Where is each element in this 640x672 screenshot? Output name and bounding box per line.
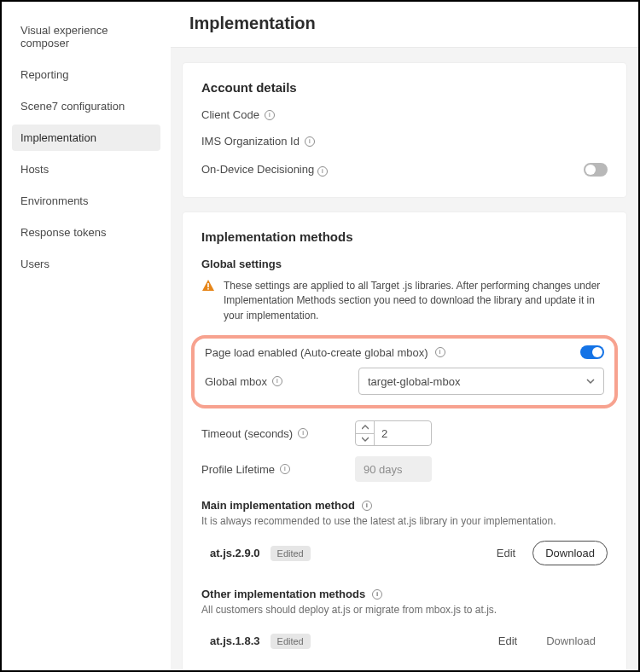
- sidebar-nav: Visual experience composer Reporting Sce…: [2, 2, 171, 670]
- info-icon[interactable]: i: [305, 136, 315, 147]
- info-icon[interactable]: i: [317, 166, 328, 177]
- info-icon[interactable]: i: [280, 464, 290, 474]
- global-mbox-select[interactable]: target-global-mbox: [358, 368, 604, 395]
- sidebar-item-users[interactable]: Users: [12, 251, 160, 277]
- edited-badge: Edited: [271, 546, 311, 561]
- main-area: Implementation Account details Client Co…: [171, 2, 638, 670]
- account-details-card: Account details Client Code i IMS Organi…: [183, 63, 626, 197]
- main-impl-desc: It is always recommended to use the late…: [201, 515, 608, 527]
- impl-methods-heading: Implementation methods: [201, 229, 608, 244]
- info-icon[interactable]: i: [372, 589, 382, 600]
- step-down-button[interactable]: [356, 434, 374, 446]
- edit-button[interactable]: Edit: [490, 542, 522, 565]
- page-load-enabled-toggle[interactable]: [580, 345, 604, 359]
- info-icon[interactable]: i: [272, 376, 282, 386]
- download-button[interactable]: Download: [532, 541, 608, 565]
- sidebar-item-environments[interactable]: Environments: [12, 188, 160, 214]
- profile-lifetime-label: Profile Lifetime: [201, 463, 275, 476]
- profile-lifetime-value: 90 days: [355, 456, 432, 482]
- svg-rect-0: [207, 283, 209, 287]
- download-link[interactable]: Download: [534, 629, 608, 652]
- info-icon[interactable]: i: [435, 347, 445, 357]
- highlight-box: Page load enabled (Auto-create global mb…: [191, 335, 618, 408]
- info-icon[interactable]: i: [362, 501, 372, 511]
- other-impl-version: at.js.1.8.3: [201, 634, 260, 647]
- global-settings-heading: Global settings: [201, 258, 608, 270]
- odd-toggle[interactable]: [584, 163, 608, 177]
- chevron-down-icon: [586, 375, 595, 388]
- odd-label: On-Device Decisioning: [201, 163, 314, 176]
- sidebar-item-implementation[interactable]: Implementation: [12, 125, 160, 151]
- sidebar-item-vec[interactable]: Visual experience composer: [12, 17, 160, 56]
- implementation-methods-card: Implementation methods Global settings T…: [183, 212, 626, 670]
- warning-icon: [201, 279, 215, 293]
- other-impl-heading: Other implementation methods: [201, 588, 365, 600]
- edited-badge: Edited: [271, 634, 311, 649]
- edit-button[interactable]: Edit: [492, 629, 524, 652]
- sidebar-item-hosts[interactable]: Hosts: [12, 156, 160, 182]
- info-icon[interactable]: i: [298, 428, 308, 438]
- global-settings-warning: These settings are applied to all Target…: [224, 279, 608, 323]
- info-icon[interactable]: i: [265, 110, 275, 120]
- main-impl-version: at.js.2.9.0: [201, 547, 260, 559]
- main-impl-heading: Main implementation method: [201, 499, 355, 512]
- client-code-label: Client Code: [201, 108, 259, 121]
- svg-rect-1: [207, 288, 209, 290]
- sidebar-item-response-tokens[interactable]: Response tokens: [12, 219, 160, 246]
- timeout-stepper[interactable]: 2: [355, 420, 432, 446]
- timeout-label: Timeout (seconds): [201, 427, 293, 440]
- sidebar-item-scene7[interactable]: Scene7 configuration: [12, 93, 160, 119]
- other-impl-desc: All customers should deploy at.js or mig…: [201, 604, 608, 616]
- global-mbox-label: Global mbox: [205, 375, 267, 388]
- page-load-enabled-label: Page load enabled (Auto-create global mb…: [205, 346, 428, 359]
- sidebar-item-reporting[interactable]: Reporting: [12, 61, 160, 88]
- global-mbox-value: target-global-mbox: [368, 375, 460, 388]
- step-up-button[interactable]: [356, 421, 374, 434]
- page-title: Implementation: [189, 14, 620, 33]
- account-details-heading: Account details: [201, 80, 608, 95]
- timeout-value: 2: [375, 421, 431, 445]
- ims-org-label: IMS Organization Id: [201, 135, 300, 149]
- page-header: Implementation: [171, 2, 638, 48]
